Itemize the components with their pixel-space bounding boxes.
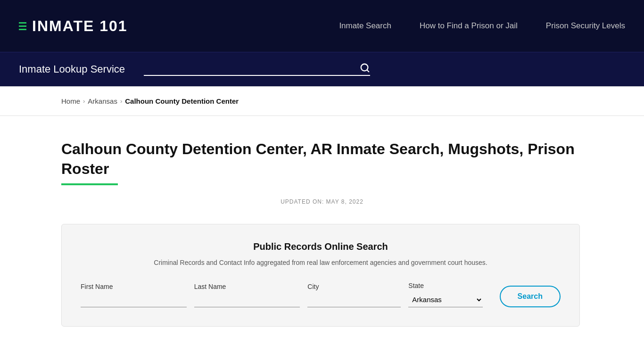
last-name-label: Last Name <box>194 283 300 290</box>
search-form: First Name Last Name City State AlabamaA… <box>81 282 561 307</box>
nav-links: Inmate Search How to Find a Prison or Ja… <box>339 21 625 31</box>
state-field: State AlabamaAlaskaArizonaArkansasCalifo… <box>408 282 482 307</box>
nav-how-to-find[interactable]: How to Find a Prison or Jail <box>420 21 518 31</box>
search-bar-section: Inmate Lookup Service <box>0 52 644 86</box>
search-card: Public Records Online Search Criminal Re… <box>61 224 580 327</box>
state-label: State <box>408 282 482 289</box>
site-logo[interactable]: INMATE 101 <box>19 17 128 35</box>
search-input[interactable] <box>144 64 360 72</box>
first-name-field: First Name <box>81 283 187 307</box>
first-name-input[interactable] <box>81 293 187 307</box>
state-select[interactable]: AlabamaAlaskaArizonaArkansasCaliforniaCo… <box>408 292 482 307</box>
city-field: City <box>307 283 401 307</box>
title-underline <box>61 183 118 185</box>
svg-line-1 <box>367 70 369 72</box>
main-content: Calhoun County Detention Center, AR Inma… <box>0 116 644 346</box>
logo-text: INMATE 101 <box>32 17 128 35</box>
logo-bars-icon <box>19 22 26 30</box>
updated-on: UPDATED ON: MAY 8, 2022 <box>61 198 583 205</box>
breadcrumb-current: Calhoun County Detention Center <box>125 97 239 105</box>
last-name-input[interactable] <box>194 293 300 307</box>
breadcrumb: Home › Arkansas › Calhoun County Detenti… <box>0 87 644 115</box>
top-navigation: INMATE 101 Inmate Search How to Find a P… <box>0 0 644 52</box>
nav-security-levels[interactable]: Prison Security Levels <box>546 21 625 31</box>
page-title: Calhoun County Detention Center, AR Inma… <box>61 140 583 179</box>
city-label: City <box>307 283 401 290</box>
first-name-label: First Name <box>81 283 187 290</box>
search-section-label: Inmate Lookup Service <box>19 63 125 75</box>
breadcrumb-state[interactable]: Arkansas <box>88 97 117 105</box>
search-button[interactable]: Search <box>500 286 561 307</box>
city-input[interactable] <box>307 293 401 307</box>
breadcrumb-chevron-2: › <box>120 98 122 105</box>
search-submit-button[interactable] <box>360 63 370 73</box>
search-icon <box>360 63 370 73</box>
breadcrumb-home[interactable]: Home <box>61 97 80 105</box>
search-card-title: Public Records Online Search <box>81 241 561 252</box>
last-name-field: Last Name <box>194 283 300 307</box>
search-input-wrapper <box>144 63 370 76</box>
nav-inmate-search[interactable]: Inmate Search <box>339 21 391 31</box>
breadcrumb-chevron-1: › <box>83 98 85 105</box>
search-card-description: Criminal Records and Contact Info aggreg… <box>81 258 561 268</box>
